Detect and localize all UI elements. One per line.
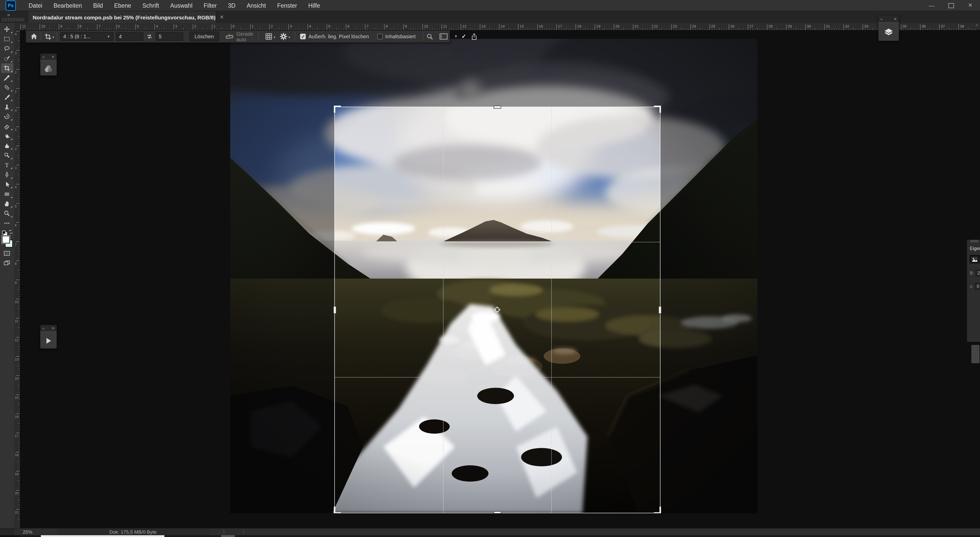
crop-tool-preset-button[interactable]: ▾ (45, 33, 52, 40)
document-image[interactable] (230, 39, 757, 513)
document-title: Nordradalur stream compo.psb bei 25% (Fr… (33, 14, 216, 20)
crop-ratio-width-input[interactable]: 4 (116, 32, 143, 41)
crop-handle-bottom-right[interactable] (654, 507, 661, 513)
home-button[interactable] (30, 33, 38, 40)
menu-item-bearbeiten[interactable]: Bearbeiten (48, 0, 88, 11)
menu-item-ansicht[interactable]: Ansicht (241, 0, 272, 11)
close-window-button[interactable]: ✕ (961, 0, 980, 11)
share-icon[interactable] (471, 33, 478, 40)
panel-collapse-icon[interactable]: » (880, 17, 883, 21)
crop-grid-line (443, 107, 444, 513)
close-tab-icon[interactable]: ✕ (220, 14, 224, 20)
workspace-panel-icon[interactable] (440, 33, 448, 40)
search-icon[interactable] (426, 33, 434, 40)
scroll-up-chevron-icon[interactable]: ^ (976, 24, 978, 29)
prop-b-field[interactable]: 2 (975, 269, 980, 276)
foreground-color-swatch[interactable] (2, 236, 10, 243)
crop-handle-left[interactable] (333, 306, 336, 314)
zoom-tool[interactable] (1, 209, 13, 218)
crop-ratio-height-input[interactable]: 5 (156, 32, 183, 41)
minimize-button[interactable]: — (922, 0, 941, 11)
swap-ratio-button[interactable] (146, 33, 153, 40)
svg-text:3: 3 (290, 24, 292, 28)
rectangular-marquee-tool[interactable] (1, 34, 13, 44)
color-panel-button[interactable] (40, 62, 57, 76)
lasso-tool[interactable] (1, 44, 13, 54)
clone-stamp-tool[interactable] (1, 102, 13, 112)
spot-healing-brush-tool[interactable] (1, 83, 13, 92)
pen-tool[interactable] (1, 170, 13, 180)
path-selection-tool[interactable] (1, 180, 13, 189)
menu-item-hilfe[interactable]: Hilfe (303, 0, 326, 11)
zoom-level-field[interactable]: 25% (23, 529, 45, 535)
menu-item-3d[interactable]: 3D (222, 0, 241, 11)
status-prev-chevron[interactable]: 〈 (240, 529, 245, 535)
dodge-tool[interactable] (1, 151, 13, 160)
tab-overflow-strip[interactable]: » (0, 11, 29, 23)
status-next-chevron[interactable]: 〉 (223, 529, 227, 535)
menu-item-filter[interactable]: Filter (198, 0, 222, 11)
panel-close-icon[interactable]: ✕ (51, 326, 55, 330)
screen-mode-tool[interactable] (1, 258, 13, 268)
crop-bounding-box[interactable] (334, 106, 660, 513)
menu-item-auswahl[interactable]: Auswahl (165, 0, 198, 11)
layers-panel-button[interactable] (878, 24, 899, 41)
type-tool[interactable]: T (1, 160, 13, 170)
crop-handle-top-left[interactable] (334, 106, 341, 113)
properties-panel-sliver[interactable]: Eigens B:2 x:0 (967, 240, 980, 342)
document-tab[interactable]: Nordradalur stream compo.psb bei 25% (Fr… (29, 11, 216, 23)
crop-ratio-select[interactable]: 4 : 5 (8 : 1... ▼ (60, 32, 113, 41)
crop-handle-bottom[interactable] (494, 511, 501, 513)
vertical-scrollbar-thumb[interactable] (971, 345, 980, 363)
move-tool[interactable] (1, 24, 13, 34)
status-bar: 25% Dok: 175,5 MB/0 Byte 〉 〈 (0, 528, 980, 535)
clear-ratio-button[interactable]: Löschen (189, 32, 219, 41)
rectangle-shape-tool[interactable] (1, 189, 13, 199)
history-brush-tool[interactable] (1, 112, 13, 121)
panel-close-icon[interactable]: ✕ (894, 17, 897, 21)
overlay-options-button[interactable]: ▾ (265, 33, 273, 40)
panel-close-icon[interactable]: ✕ (51, 54, 55, 59)
crop-tool[interactable] (1, 63, 13, 73)
edit-toolbar-tool[interactable] (1, 218, 13, 228)
cancel-crop-chevron-icon[interactable]: ▼ (454, 34, 458, 39)
document-size-status[interactable]: Dok: 175,5 MB/0 Byte (56, 529, 210, 535)
swap-colors-icon[interactable] (8, 230, 13, 234)
content-aware-checkbox[interactable]: Inhaltsbasiert (377, 34, 416, 39)
brush-tool[interactable] (1, 92, 13, 102)
crop-settings-gear-button[interactable]: ▾ (280, 33, 288, 40)
menu-item-fenster[interactable]: Fenster (272, 0, 303, 11)
crop-handle-right[interactable] (658, 306, 661, 314)
panel-collapse-icon[interactable]: » (42, 54, 45, 59)
hand-tool[interactable] (1, 199, 13, 209)
crop-handle-bottom-left[interactable] (334, 507, 341, 513)
delete-cropped-pixels-checkbox[interactable]: ✓ Außerh. lieg. Pixel löschen (301, 34, 369, 39)
menu-item-bild[interactable]: Bild (88, 0, 108, 11)
smudge-tool[interactable] (1, 141, 13, 151)
quick-selection-tool[interactable] (1, 54, 13, 63)
crop-pivot-icon[interactable] (493, 306, 501, 314)
layer-thumbnail[interactable] (970, 255, 980, 263)
horizontal-ruler[interactable]: 1110987654321012345678910111213141516171… (14, 23, 980, 30)
vertical-ruler[interactable]: 43210123456789101112131415161718192021 (14, 30, 20, 528)
eyedropper-tool[interactable] (1, 73, 13, 83)
photoshop-logo[interactable]: Ps (6, 0, 16, 11)
quick-mask-tool[interactable] (1, 248, 13, 258)
horizontal-scrollbar-thumb[interactable] (41, 535, 164, 537)
panel-collapse-icon[interactable]: » (42, 326, 45, 330)
restore-button[interactable] (941, 0, 961, 11)
horizontal-scrollbar-thumb-secondary[interactable] (221, 535, 235, 537)
prop-x-field[interactable]: 0 (975, 283, 980, 290)
menu-item-ebene[interactable]: Ebene (108, 0, 137, 11)
canvas-pasteboard[interactable] (20, 30, 980, 528)
panel-grip[interactable] (970, 240, 978, 242)
menu-item-schrift[interactable]: Schrift (137, 0, 165, 11)
crop-handle-top-right[interactable] (654, 106, 661, 113)
straighten-icon[interactable] (225, 33, 234, 40)
eraser-tool[interactable] (1, 121, 13, 131)
crop-handle-top[interactable] (494, 105, 501, 108)
paint-bucket-tool[interactable] (1, 131, 13, 141)
play-action-button[interactable] (40, 333, 57, 348)
commit-crop-button[interactable]: ✓ (461, 33, 466, 40)
menu-item-datei[interactable]: Datei (23, 0, 48, 11)
